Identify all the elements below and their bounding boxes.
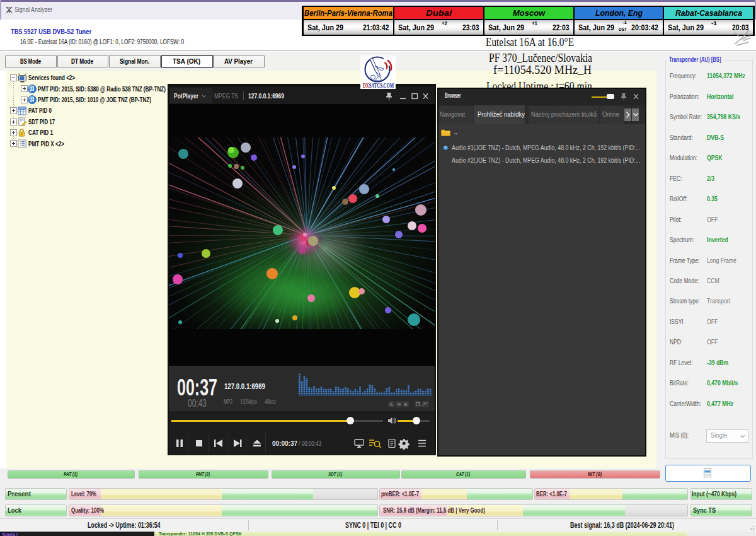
svg-text:A: A [389, 402, 392, 407]
svg-text:B: B [404, 402, 407, 407]
